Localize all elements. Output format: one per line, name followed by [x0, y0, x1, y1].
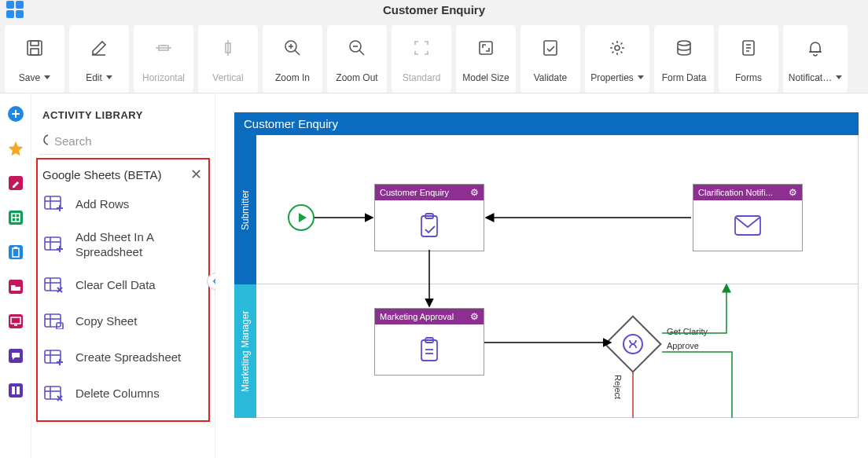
toolbar-form-data-button[interactable]: Form Data — [654, 25, 714, 93]
gear-icon[interactable]: ⚙ — [789, 187, 797, 198]
gear-icon[interactable]: ⚙ — [470, 187, 479, 198]
library-item-clear-cell[interactable]: Clear Cell Data — [41, 268, 205, 304]
toolbar-save-button[interactable]: Save — [5, 25, 64, 93]
edge-label-get-clarity: Get Clarity — [665, 327, 709, 336]
toolbar-label: Vertical — [212, 72, 243, 83]
task-label: Marketing Approval — [380, 312, 454, 321]
sheet-action-icon — [44, 235, 64, 255]
rail-edit-note-icon[interactable] — [6, 174, 25, 192]
toolbar-label: Form Data — [662, 72, 707, 83]
svg-line-9 — [295, 50, 300, 55]
svg-rect-41 — [12, 387, 15, 394]
toolbar-forms-button[interactable]: Forms — [719, 25, 778, 93]
svg-rect-34 — [14, 247, 17, 249]
zoom-in-icon — [283, 36, 302, 60]
app-launcher-icon[interactable] — [6, 1, 24, 18]
activity-library-panel: ACTIVITY LIBRARY Google Sheets (BETA) ✕ … — [31, 93, 215, 458]
toolbar-standard-button: Standard — [392, 25, 451, 93]
task-marketing-approval[interactable]: Marketing Approval⚙ — [374, 308, 484, 376]
swimlane-header-marketing-manager[interactable]: Marketing Manager — [234, 284, 256, 418]
close-icon[interactable]: ✕ — [190, 167, 202, 181]
task-clarification-notification[interactable]: Clarification Notifi...⚙ — [693, 184, 803, 251]
rail-folder-icon[interactable] — [6, 277, 25, 296]
properties-icon — [608, 36, 627, 60]
library-item-label: Delete Columns — [75, 387, 160, 401]
sheet-action-icon — [44, 312, 64, 332]
svg-rect-40 — [9, 383, 23, 398]
toolbar-label: Save — [19, 72, 50, 83]
toolbar-horizontal-button: Horizontal — [134, 25, 193, 93]
toolbar-label: Properties — [590, 72, 644, 83]
toolbar-model-size-button[interactable]: Model Size — [456, 25, 516, 93]
library-item-add-rows[interactable]: Add Rows — [41, 186, 205, 222]
model-size-icon — [476, 36, 495, 60]
toolbar-notifications-button[interactable]: Notificat… — [783, 25, 848, 93]
swimlane-header-submitter[interactable]: Submitter — [234, 135, 256, 284]
library-item-label: Add Rows — [75, 197, 129, 212]
library-group-name: Google Sheets (BETA) — [42, 168, 161, 181]
task-customer-enquiry[interactable]: Customer Enquiry⚙ — [374, 184, 484, 251]
toolbar-label: Forms — [735, 72, 762, 83]
toolbar-label: Model Size — [462, 72, 509, 83]
svg-rect-45 — [45, 196, 61, 209]
rail-chat-icon[interactable] — [6, 346, 25, 365]
svg-rect-2 — [31, 49, 39, 55]
forms-icon — [739, 36, 758, 60]
library-group-highlighted: Google Sheets (BETA) ✕ Add RowsAdd Sheet… — [36, 158, 210, 422]
svg-rect-64 — [45, 350, 61, 363]
svg-point-18 — [678, 41, 690, 46]
rail-clipboard-icon[interactable] — [6, 243, 25, 262]
toolbar: SaveEditHorizontalVerticalZoom InZoom Ou… — [0, 19, 868, 93]
library-search-input[interactable] — [54, 134, 204, 148]
start-event-node[interactable] — [288, 204, 314, 231]
library-item-delete-cols[interactable]: Delete Columns — [41, 376, 205, 412]
gateway-complex-icon — [623, 334, 643, 354]
mail-icon — [734, 214, 762, 236]
svg-rect-76 — [735, 216, 760, 235]
clipboard-check-icon — [416, 212, 443, 239]
svg-rect-1 — [31, 41, 39, 46]
toolbar-label: Edit — [86, 72, 112, 83]
sheet-action-icon — [44, 194, 64, 214]
library-item-label: Add Sheet In A Spreadsheet — [75, 230, 202, 260]
toolbar-properties-button[interactable]: Properties — [585, 25, 649, 93]
form-data-icon — [675, 36, 693, 60]
gear-icon[interactable]: ⚙ — [470, 311, 479, 322]
rail-add-icon[interactable] — [6, 104, 25, 123]
toolbar-edit-button[interactable]: Edit — [69, 25, 129, 93]
edit-icon — [90, 36, 108, 60]
align-h-icon — [154, 36, 173, 60]
toolbar-label: Zoom In — [275, 72, 310, 83]
library-item-add-sheet[interactable]: Add Sheet In A Spreadsheet — [41, 222, 205, 268]
align-v-icon — [219, 36, 237, 60]
toolbar-label: Standard — [403, 72, 441, 83]
sheet-action-icon — [44, 276, 64, 296]
toolbar-validate-button[interactable]: Validate — [520, 25, 580, 93]
left-icon-rail — [0, 93, 31, 458]
task-label: Customer Enquiry — [380, 188, 449, 197]
validate-icon — [541, 36, 560, 60]
library-item-create-ss[interactable]: Create Spreadsheet — [41, 340, 205, 376]
clipboard-icon — [416, 336, 443, 363]
toolbar-zoom-in-button[interactable]: Zoom In — [263, 25, 322, 93]
library-item-label: Clear Cell Data — [75, 278, 156, 293]
sheet-action-icon — [44, 348, 64, 368]
diagram-title: Customer Enquiry — [234, 112, 859, 135]
svg-rect-50 — [45, 237, 61, 250]
edge-label-reject: Reject — [612, 375, 624, 399]
library-item-copy-sheet[interactable]: Copy Sheet — [41, 304, 205, 340]
svg-rect-60 — [45, 314, 61, 327]
svg-rect-0 — [28, 41, 42, 55]
library-item-label: Create Spreadsheet — [75, 350, 181, 365]
toolbar-label: Validate — [534, 72, 567, 83]
process-canvas[interactable]: Customer Enquiry Submitter Marketing Man… — [215, 93, 868, 458]
rail-columns-icon[interactable] — [6, 381, 25, 400]
svg-point-43 — [44, 135, 48, 145]
gateway-node[interactable] — [604, 315, 662, 373]
rail-star-icon[interactable] — [6, 139, 25, 158]
toolbar-zoom-out-button[interactable]: Zoom Out — [327, 25, 387, 93]
edge-label-approve: Approve — [665, 341, 701, 350]
rail-sheets-icon[interactable] — [6, 208, 25, 227]
svg-rect-15 — [480, 42, 492, 54]
rail-monitor-icon[interactable] — [6, 312, 25, 331]
